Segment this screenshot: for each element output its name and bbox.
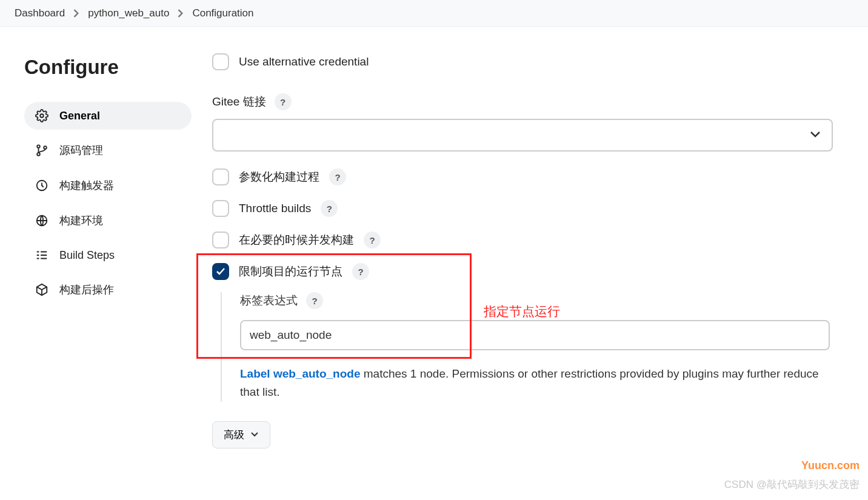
sidenav: General 源码管理 构建触发器 构建环境 xyxy=(24,102,192,304)
sidenav-triggers[interactable]: 构建触发器 xyxy=(24,171,192,200)
chevron-down-icon xyxy=(250,428,259,441)
help-icon[interactable]: ? xyxy=(352,263,369,280)
restrict-node-checkbox[interactable] xyxy=(212,263,229,280)
chevron-right-icon xyxy=(73,9,79,18)
sidenav-label: 构建触发器 xyxy=(59,178,114,193)
help-icon[interactable]: ? xyxy=(364,232,381,248)
branch-icon xyxy=(35,144,48,157)
breadcrumb-dashboard[interactable]: Dashboard xyxy=(15,7,65,19)
steps-icon xyxy=(35,248,48,262)
package-icon xyxy=(35,283,48,296)
concurrent-label: 在必要的时候并发构建 xyxy=(239,232,354,248)
sidenav-label: 源码管理 xyxy=(59,143,103,158)
param-build-checkbox[interactable] xyxy=(212,168,229,185)
sidenav-source[interactable]: 源码管理 xyxy=(24,136,192,165)
label-expression-input[interactable] xyxy=(240,320,830,350)
svg-point-2 xyxy=(37,153,40,156)
help-icon[interactable]: ? xyxy=(321,200,338,217)
sidenav-label: 构建后操作 xyxy=(59,282,114,297)
sidenav-label: Build Steps xyxy=(59,249,115,262)
sidenav-general[interactable]: General xyxy=(24,102,192,130)
alt-credential-label: Use alternative credential xyxy=(239,55,369,68)
svg-point-0 xyxy=(40,114,44,118)
chevron-right-icon xyxy=(178,9,184,18)
form-area: Use alternative credential Gitee 链接 ? 参数… xyxy=(206,27,868,448)
label-match-hint: Label web_auto_node matches 1 node. Perm… xyxy=(240,365,822,402)
gear-icon xyxy=(35,109,48,122)
svg-point-3 xyxy=(44,146,47,149)
param-build-label: 参数化构建过程 xyxy=(239,169,319,185)
alt-credential-checkbox[interactable] xyxy=(212,53,229,70)
sidenav-label: 构建环境 xyxy=(59,213,103,228)
sidenav-post-build[interactable]: 构建后操作 xyxy=(24,275,192,304)
restrict-node-label: 限制项目的运行节点 xyxy=(239,264,342,279)
advanced-button-label: 高级 xyxy=(224,428,244,442)
concurrent-checkbox[interactable] xyxy=(212,232,229,248)
sidenav-build-steps[interactable]: Build Steps xyxy=(24,241,192,269)
label-expression-label: 标签表达式 xyxy=(240,293,298,308)
help-icon[interactable]: ? xyxy=(306,292,323,309)
clock-icon xyxy=(35,179,48,192)
throttle-checkbox[interactable] xyxy=(212,200,229,217)
svg-point-1 xyxy=(37,145,40,148)
chevron-down-icon xyxy=(810,130,821,141)
annotation-text: 指定节点运行 xyxy=(484,303,560,320)
help-icon[interactable]: ? xyxy=(329,168,346,185)
breadcrumb: Dashboard python_web_auto Configuration xyxy=(0,0,868,27)
breadcrumb-configuration[interactable]: Configuration xyxy=(192,7,253,19)
label-link[interactable]: Label web_auto_node xyxy=(240,367,360,380)
gitee-link-label: Gitee 链接 xyxy=(212,94,266,110)
advanced-button[interactable]: 高级 xyxy=(212,421,270,448)
sidenav-environment[interactable]: 构建环境 xyxy=(24,206,192,235)
throttle-label: Throttle builds xyxy=(239,202,311,215)
sidenav-label: General xyxy=(59,110,100,122)
globe-icon xyxy=(35,214,48,227)
gitee-link-select[interactable] xyxy=(212,119,833,152)
page-title: Configure xyxy=(24,56,192,79)
help-icon[interactable]: ? xyxy=(275,93,292,110)
breadcrumb-project[interactable]: python_web_auto xyxy=(88,7,169,19)
